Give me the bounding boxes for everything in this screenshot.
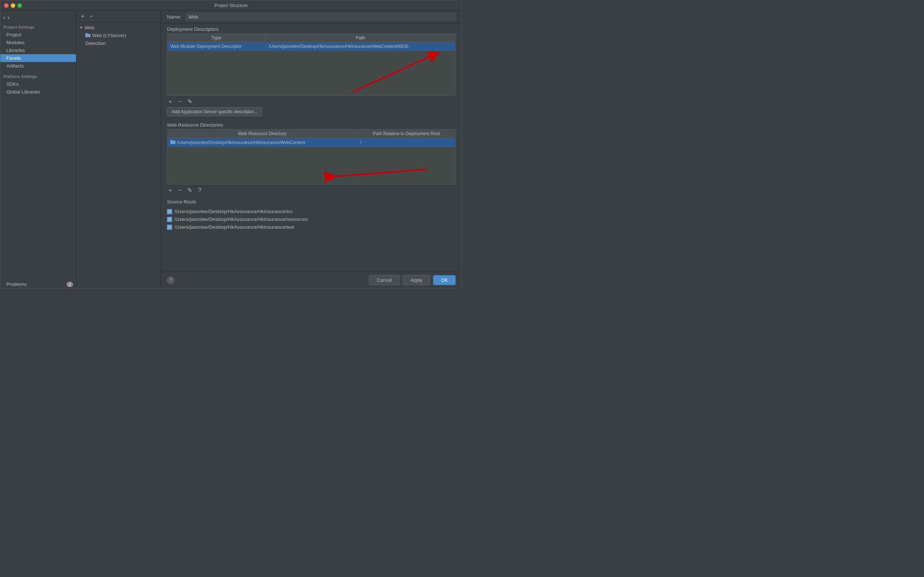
back-button[interactable]: ‹ xyxy=(3,15,5,21)
project-structure-window: Project Structure ‹ › Project Settings P… xyxy=(0,0,462,288)
add-server-descriptor-button[interactable]: Add Application Server specific descript… xyxy=(167,107,262,116)
svg-line-7 xyxy=(331,169,427,177)
window-title: Project Structure xyxy=(214,3,247,8)
source-root-checkbox-2[interactable] xyxy=(167,225,172,230)
name-label: Name: xyxy=(167,14,181,20)
svg-rect-1 xyxy=(85,33,88,34)
wr-table-empty-area xyxy=(167,147,455,184)
tree-web-child-label: Web (LYServer) xyxy=(92,33,126,38)
dd-col-path: Path xyxy=(266,34,455,42)
bottom-right: Cancel Apply OK xyxy=(369,275,456,285)
tree-item-web-lyserver[interactable]: Web (LYServer) xyxy=(76,32,161,39)
source-root-item: /Users/jasonlee/Desktop/HkAssurance/HkIn… xyxy=(167,208,456,215)
main-panel: Name: Deployment Descriptors Type Path W… xyxy=(161,11,462,288)
tree-item-web[interactable]: ▼ Web xyxy=(76,24,161,32)
sidebar-item-libraries[interactable]: Libraries xyxy=(0,47,76,54)
dd-toolbar: + − ✎ xyxy=(161,96,462,107)
sidebar-toolbar: ‹ › xyxy=(0,13,76,22)
sidebar-item-artifacts[interactable]: Artifacts xyxy=(0,62,76,70)
source-root-path-0: /Users/jasonlee/Desktop/HkAssurance/HkIn… xyxy=(174,209,293,214)
remove-facet-button[interactable]: − xyxy=(88,12,94,21)
wr-row-dir: /Users/jasonlee/Desktop/HkAssurance/HkIn… xyxy=(167,138,357,147)
source-root-checkbox-1[interactable] xyxy=(167,217,172,222)
tree-web-label: Web xyxy=(85,25,95,31)
source-root-path-2: /Users/jasonlee/Desktop/HkAssurance/HkIn… xyxy=(174,224,294,230)
sidebar: ‹ › Project Settings Project Modules Lib… xyxy=(0,11,76,288)
sidebar-item-modules[interactable]: Modules xyxy=(0,39,76,47)
main-header: Name: xyxy=(161,11,462,23)
wr-add-button[interactable]: + xyxy=(167,186,173,195)
source-root-item: /Users/jasonlee/Desktop/HkAssurance/HkIn… xyxy=(167,215,456,223)
window-controls xyxy=(4,3,22,8)
add-facet-button[interactable]: + xyxy=(79,12,86,21)
project-settings-section: Project Settings xyxy=(0,23,76,31)
facets-toolbar: + − xyxy=(76,11,161,22)
dd-remove-button[interactable]: − xyxy=(176,98,183,106)
facets-panel: + − ▼ Web Web (LYServer) xyxy=(76,11,161,288)
source-roots-label: Source Roots xyxy=(161,196,462,206)
wr-remove-button[interactable]: − xyxy=(176,186,183,195)
wr-help-button[interactable]: ? xyxy=(197,186,203,195)
folder-icon xyxy=(85,33,90,38)
web-resource-label: Web Resource Directories xyxy=(161,119,462,129)
deployment-descriptors-label: Deployment Descriptors xyxy=(161,23,462,34)
dd-col-type: Type xyxy=(167,34,266,42)
forward-button[interactable]: › xyxy=(7,15,9,21)
sidebar-item-global-libraries[interactable]: Global Libraries xyxy=(0,88,76,96)
table-row[interactable]: /Users/jasonlee/Desktop/HkAssurance/HkIn… xyxy=(167,138,455,147)
svg-rect-0 xyxy=(85,34,90,37)
sidebar-item-problems[interactable]: Problems 2 xyxy=(0,280,76,288)
maximize-button[interactable] xyxy=(18,3,22,8)
source-root-item: /Users/jasonlee/Desktop/HkAssurance/HkIn… xyxy=(167,223,456,231)
dd-table-empty-area xyxy=(167,51,455,95)
wr-col-path: Path Relative to Deployment Root xyxy=(357,130,455,138)
tree-item-detection[interactable]: Detection xyxy=(76,39,161,47)
wr-col-dir: Web Resource Directory xyxy=(167,130,357,138)
wr-table-header: Web Resource Directory Path Relative to … xyxy=(167,130,455,138)
name-input[interactable] xyxy=(186,13,456,21)
scroll-area[interactable]: Deployment Descriptors Type Path Web Mod… xyxy=(161,23,462,272)
dd-add-button[interactable]: + xyxy=(167,98,173,106)
sidebar-item-project[interactable]: Project xyxy=(0,31,76,39)
apply-button[interactable]: Apply xyxy=(403,275,431,285)
wr-edit-button[interactable]: ✎ xyxy=(186,186,194,195)
title-bar: Project Structure xyxy=(0,0,462,11)
svg-rect-5 xyxy=(170,140,172,141)
table-row[interactable]: Web Module Deployment Descriptor /Users/… xyxy=(167,42,455,51)
wr-row-path: / xyxy=(357,138,455,147)
source-root-path-1: /Users/jasonlee/Desktop/HkAssurance/HkIn… xyxy=(174,216,308,222)
dd-row-type: Web Module Deployment Descriptor xyxy=(167,42,266,50)
sidebar-item-sdks[interactable]: SDKs xyxy=(0,80,76,88)
svg-rect-4 xyxy=(170,141,175,144)
dd-row-path: /Users/jasonlee/Desktop/HkAssurance/HkIn… xyxy=(266,42,455,50)
problems-badge: 2 xyxy=(66,282,73,287)
bottom-bar: ? Cancel Apply OK xyxy=(161,272,462,288)
web-resource-table: Web Resource Directory Path Relative to … xyxy=(167,129,456,185)
red-arrow-up-svg xyxy=(167,51,455,95)
dd-table-header: Type Path xyxy=(167,34,455,42)
expand-arrow-icon: ▼ xyxy=(79,26,83,30)
web-folder-icon xyxy=(170,140,175,145)
platform-settings-section: Platform Settings xyxy=(0,73,76,80)
svg-line-3 xyxy=(353,55,434,92)
close-button[interactable] xyxy=(4,3,8,8)
facets-tree: ▼ Web Web (LYServer) Detection xyxy=(76,22,161,288)
minimize-button[interactable] xyxy=(11,3,15,8)
deployment-descriptors-table: Type Path Web Module Deployment Descript… xyxy=(167,34,456,96)
wr-toolbar: + − ✎ ? xyxy=(161,185,462,196)
dd-edit-button[interactable]: ✎ xyxy=(186,97,194,106)
source-root-checkbox-0[interactable] xyxy=(167,209,172,214)
bottom-left: ? xyxy=(167,277,174,284)
help-button[interactable]: ? xyxy=(167,277,174,284)
red-arrow-left-svg xyxy=(167,147,455,184)
cancel-button[interactable]: Cancel xyxy=(369,275,399,285)
main-content: ‹ › Project Settings Project Modules Lib… xyxy=(0,11,462,288)
sidebar-item-facets[interactable]: Facets xyxy=(0,54,76,62)
ok-button[interactable]: OK xyxy=(433,275,456,285)
source-roots-area: /Users/jasonlee/Desktop/HkAssurance/HkIn… xyxy=(161,206,462,232)
